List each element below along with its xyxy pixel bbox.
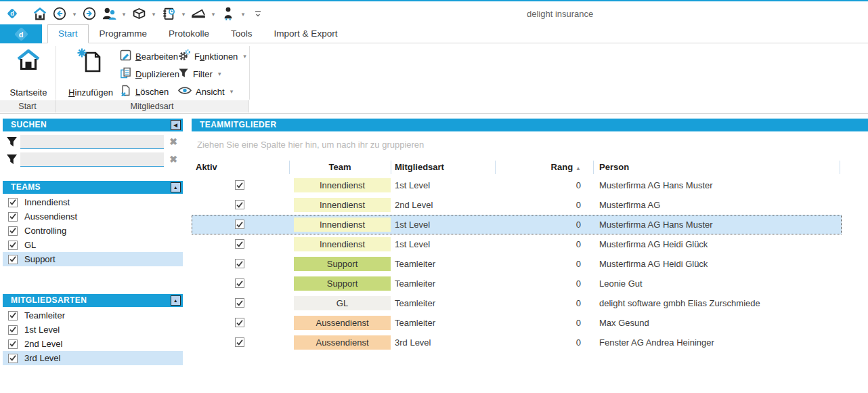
filter-icon — [178, 68, 189, 81]
duplizieren-button[interactable]: Duplizieren — [120, 66, 179, 81]
filter-funnel-icon[interactable] — [3, 136, 20, 147]
suchen-title: SUCHEN — [11, 120, 47, 129]
checkbox[interactable] — [8, 241, 18, 250]
teams-collapse-button[interactable]: ▲ — [171, 182, 181, 192]
table-row[interactable]: Innendienst1st Level0Musterfirma AG Hans… — [192, 215, 842, 234]
mitgliedsarten-panel-header: MITGLIEDSARTEN ▲ — [3, 294, 183, 307]
table-row[interactable]: SupportTeamleiter0Leonie Gut — [192, 274, 842, 293]
checkbox[interactable] — [8, 255, 18, 264]
column-header-person[interactable]: Person — [599, 160, 629, 175]
column-separator[interactable] — [391, 161, 391, 174]
column-header-rang[interactable]: Rang▲ — [495, 160, 581, 175]
products-box-icon[interactable] — [131, 5, 147, 22]
column-header-mitgliedsart[interactable]: Mitgliedsart — [395, 160, 444, 175]
mitgliedsart-item-2nd-level[interactable]: 2nd Level — [3, 337, 183, 351]
navigate-forward-icon[interactable] — [81, 5, 97, 22]
bearbeiten-label: Bearbeiten — [135, 51, 178, 62]
table-row[interactable]: Innendienst2nd Level0Musterfirma AG — [192, 195, 842, 215]
funktionen-button[interactable]: Funktionen ▾ — [178, 49, 246, 64]
checkbox[interactable] — [8, 354, 18, 363]
column-separator[interactable] — [840, 161, 840, 174]
app-logo-icon[interactable]: d — [4, 5, 20, 22]
person-icon[interactable] — [220, 5, 236, 22]
table-row[interactable]: AussendienstTeamleiter0Max Gesund — [192, 313, 842, 333]
aktiv-checkbox[interactable] — [235, 259, 244, 268]
mitgliedsarten-collapse-button[interactable]: ▲ — [171, 295, 181, 306]
team-item-innendienst[interactable]: Innendienst — [3, 195, 183, 209]
ribbon-group-separator — [56, 46, 56, 100]
tab-import-export[interactable]: Import & Export — [263, 24, 349, 43]
checkbox[interactable] — [8, 226, 18, 236]
dropdown-caret-icon[interactable]: ▾ — [240, 9, 246, 18]
quick-access-more-icon[interactable] — [250, 5, 266, 22]
aktiv-checkbox[interactable] — [235, 180, 244, 190]
team-item-gl[interactable]: GL — [3, 238, 183, 252]
filter-button[interactable]: Filter ▾ — [178, 66, 221, 81]
mitgliedsart-item-3rd-level[interactable]: 3rd Level — [3, 351, 183, 365]
funktionen-label: Funktionen — [194, 51, 238, 62]
dropdown-caret-icon[interactable]: ▾ — [71, 9, 78, 18]
dropdown-caret-icon[interactable]: ▾ — [150, 9, 157, 18]
persons-icon[interactable] — [101, 5, 117, 22]
tab-start[interactable]: Start — [47, 24, 89, 43]
tab-protokolle[interactable]: Protokolle — [158, 24, 220, 43]
scanner-icon[interactable] — [190, 5, 207, 22]
checkbox[interactable] — [8, 212, 18, 222]
column-header-aktiv[interactable]: Aktiv — [196, 160, 217, 175]
eye-icon — [178, 85, 192, 98]
checkbox[interactable] — [8, 311, 18, 320]
table-row[interactable]: Aussendienst3rd Level0Fenster AG Andrea … — [192, 333, 842, 352]
team-item-support[interactable]: Support — [3, 252, 183, 266]
startseite-button[interactable]: Startseite — [2, 46, 55, 99]
column-separator[interactable] — [593, 161, 594, 174]
mitgliedsart-item-1st-level[interactable]: 1st Level — [3, 323, 183, 337]
team-chip: Innendienst — [294, 178, 391, 192]
search-input-1[interactable] — [20, 135, 164, 149]
filter-funnel-icon[interactable] — [3, 154, 20, 165]
app-menu-button[interactable]: d — [0, 24, 42, 43]
home-icon[interactable] — [32, 5, 48, 22]
table-row[interactable]: GLTeamleiter0delight software gmbh Elias… — [192, 293, 842, 313]
dropdown-caret-icon[interactable]: ▾ — [121, 9, 127, 18]
team-chip: Aussendienst — [294, 316, 391, 330]
column-separator[interactable] — [495, 161, 496, 174]
search-input-2[interactable] — [20, 152, 164, 167]
aktiv-checkbox[interactable] — [235, 239, 244, 249]
ansicht-button[interactable]: Ansicht ▾ — [178, 84, 233, 99]
suchen-collapse-button[interactable]: ◀ — [171, 120, 181, 130]
aktiv-checkbox[interactable] — [235, 278, 244, 288]
dropdown-caret-icon[interactable]: ▾ — [210, 9, 217, 18]
team-item-aussendienst[interactable]: Aussendienst — [3, 209, 183, 224]
dropdown-caret-icon: ▾ — [243, 53, 246, 60]
table-row[interactable]: Innendienst1st Level0Musterfirma AG Heid… — [192, 234, 842, 254]
cell-mitgliedsart: 1st Level — [395, 215, 430, 234]
table-row[interactable]: SupportTeamleiter0Musterfirma AG Heidi G… — [192, 254, 842, 274]
aktiv-checkbox[interactable] — [235, 298, 244, 308]
aktiv-checkbox[interactable] — [235, 220, 244, 229]
team-label: Innendienst — [24, 197, 70, 207]
team-item-controlling[interactable]: Controlling — [3, 224, 183, 238]
checkbox[interactable] — [8, 339, 18, 349]
journal-icon[interactable] — [160, 5, 177, 22]
teams-list: InnendienstAussendienstControllingGLSupp… — [3, 195, 183, 266]
hinzufuegen-button[interactable]: Hinzufügen — [61, 46, 121, 99]
cell-rang: 0 — [495, 254, 581, 274]
checkbox[interactable] — [8, 198, 18, 207]
checkbox[interactable] — [8, 325, 18, 335]
column-header-team[interactable]: Team — [289, 160, 391, 175]
clear-search-icon[interactable]: ✖ — [164, 154, 183, 165]
tab-programme[interactable]: Programme — [89, 24, 158, 43]
table-row[interactable]: Innendienst1st Level0Musterfirma AG Hans… — [192, 175, 842, 195]
aktiv-checkbox[interactable] — [235, 337, 244, 347]
aktiv-checkbox[interactable] — [235, 200, 244, 209]
aktiv-checkbox[interactable] — [235, 318, 244, 327]
dropdown-caret-icon[interactable]: ▾ — [180, 9, 187, 18]
startseite-label: Startseite — [10, 87, 47, 98]
mitgliedsart-item-teamleiter[interactable]: Teamleiter — [3, 308, 183, 323]
clear-search-icon[interactable]: ✖ — [164, 136, 183, 147]
tab-tools[interactable]: Tools — [220, 24, 263, 43]
navigate-back-icon[interactable] — [51, 5, 68, 22]
bearbeiten-button[interactable]: Bearbeiten — [120, 49, 178, 64]
loeschen-button[interactable]: Löschen — [120, 84, 169, 99]
column-separator[interactable] — [289, 161, 290, 174]
